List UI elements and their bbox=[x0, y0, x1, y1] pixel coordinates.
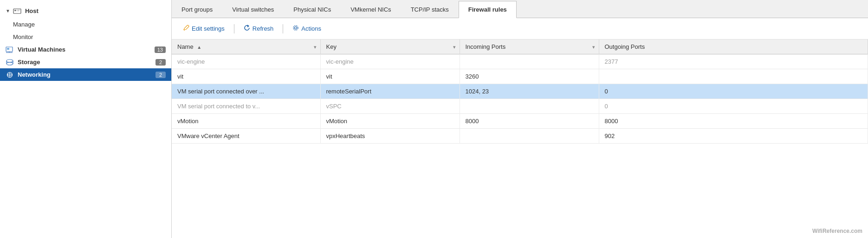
sidebar-item-monitor[interactable]: Monitor bbox=[0, 31, 171, 43]
filter-icon-incoming[interactable]: ▾ bbox=[592, 44, 595, 50]
col-header-outgoing[interactable]: Outgoing Ports bbox=[599, 40, 868, 54]
table-row[interactable]: vitvit3260 bbox=[172, 69, 868, 84]
svg-point-16 bbox=[295, 27, 297, 29]
sidebar-storage-label: Storage bbox=[18, 59, 155, 66]
cell-outgoing: 0 bbox=[599, 84, 868, 99]
cell-name: vMotion bbox=[172, 114, 320, 129]
tab-tcpip-stacks[interactable]: TCP/IP stacks bbox=[401, 1, 459, 18]
main-content: Port groups Virtual switches Physical NI… bbox=[172, 0, 868, 238]
vm-icon bbox=[6, 46, 14, 53]
cell-key: vpxHeartbeats bbox=[320, 129, 460, 144]
svg-rect-1 bbox=[14, 10, 16, 11]
cell-incoming bbox=[460, 54, 599, 69]
sidebar-item-networking[interactable]: Networking 2 bbox=[0, 68, 171, 81]
toolbar-separator-1 bbox=[234, 24, 234, 33]
col-key-label: Key bbox=[326, 43, 337, 50]
filter-icon-key[interactable]: ▾ bbox=[453, 44, 456, 50]
chevron-icon: ▼ bbox=[6, 8, 10, 13]
network-icon bbox=[6, 72, 14, 78]
cell-key: remoteSerialPort bbox=[320, 84, 460, 99]
tab-virtual-switches[interactable]: Virtual switches bbox=[222, 1, 284, 18]
networking-badge: 2 bbox=[155, 72, 166, 78]
svg-point-17 bbox=[293, 26, 298, 30]
cell-incoming: 3260 bbox=[460, 69, 599, 84]
toolbar-separator-2 bbox=[283, 24, 283, 33]
cell-name: VM serial port connected over ... bbox=[172, 84, 320, 99]
svg-rect-2 bbox=[17, 10, 20, 10]
gear-icon bbox=[292, 25, 299, 33]
col-header-key[interactable]: Key ▾ bbox=[320, 40, 460, 54]
cell-key: vic-engine bbox=[320, 54, 460, 69]
tab-firewall-rules[interactable]: Firewall rules bbox=[459, 1, 517, 18]
table-row[interactable]: VM serial port connected to v...vSPC0 bbox=[172, 99, 868, 114]
svg-point-8 bbox=[6, 60, 13, 62]
tab-port-groups[interactable]: Port groups bbox=[172, 1, 222, 18]
sidebar-item-manage[interactable]: Manage bbox=[0, 18, 171, 31]
toolbar: Edit settings Refresh Actions bbox=[172, 18, 868, 40]
tab-bar: Port groups Virtual switches Physical NI… bbox=[172, 0, 868, 18]
sort-icon-name: ▲ bbox=[197, 45, 201, 50]
cell-incoming: 8000 bbox=[460, 114, 599, 129]
svg-rect-5 bbox=[7, 48, 9, 50]
storage-badge: 2 bbox=[155, 59, 166, 66]
vm-badge: 13 bbox=[155, 46, 166, 53]
sidebar-monitor-label: Monitor bbox=[13, 33, 166, 40]
cell-incoming: 1024, 23 bbox=[460, 84, 599, 99]
sidebar-item-virtual-machines[interactable]: Virtual Machines 13 bbox=[0, 43, 171, 56]
actions-button[interactable]: Actions bbox=[289, 23, 325, 34]
table-row[interactable]: VMware vCenter AgentvpxHeartbeats902 bbox=[172, 129, 868, 144]
col-header-name[interactable]: Name ▲ ▾ bbox=[172, 40, 320, 54]
sidebar-host-label: Host bbox=[25, 7, 166, 14]
refresh-label: Refresh bbox=[253, 25, 274, 32]
tab-vmkernel-nics[interactable]: VMkernel NICs bbox=[341, 1, 401, 18]
svg-rect-3 bbox=[17, 11, 19, 11]
svg-rect-0 bbox=[13, 9, 21, 13]
edit-settings-button[interactable]: Edit settings bbox=[179, 23, 228, 34]
refresh-button[interactable]: Refresh bbox=[240, 23, 278, 34]
cell-outgoing: 8000 bbox=[599, 114, 868, 129]
sidebar-networking-label: Networking bbox=[18, 71, 155, 78]
table-header-row: Name ▲ ▾ Key ▾ Incoming Ports ▾ Outgoing… bbox=[172, 40, 868, 54]
sidebar-item-host[interactable]: ▼ Host bbox=[0, 4, 171, 18]
col-incoming-label: Incoming Ports bbox=[466, 43, 506, 50]
table-row[interactable]: vic-enginevic-engine2377 bbox=[172, 54, 868, 69]
cell-key: vSPC bbox=[320, 99, 460, 114]
cell-outgoing: 2377 bbox=[599, 54, 868, 69]
table-row[interactable]: vMotionvMotion80008000 bbox=[172, 114, 868, 129]
actions-label: Actions bbox=[301, 25, 321, 32]
cell-key: vit bbox=[320, 69, 460, 84]
firewall-rules-table: Name ▲ ▾ Key ▾ Incoming Ports ▾ Outgoing… bbox=[172, 40, 868, 238]
table-body: vic-enginevic-engine2377vitvit3260VM ser… bbox=[172, 54, 868, 144]
svg-marker-15 bbox=[247, 25, 249, 27]
cell-incoming bbox=[460, 99, 599, 114]
table-row[interactable]: VM serial port connected over ...remoteS… bbox=[172, 84, 868, 99]
sidebar-manage-label: Manage bbox=[13, 21, 166, 28]
col-header-incoming[interactable]: Incoming Ports ▾ bbox=[460, 40, 599, 54]
filter-icon-name[interactable]: ▾ bbox=[314, 44, 317, 50]
cell-name: VM serial port connected to v... bbox=[172, 99, 320, 114]
cell-name: vic-engine bbox=[172, 54, 320, 69]
tab-physical-nics[interactable]: Physical NICs bbox=[284, 1, 341, 18]
sidebar-vm-label: Virtual Machines bbox=[18, 46, 155, 53]
cell-name: vit bbox=[172, 69, 320, 84]
cell-outgoing bbox=[599, 69, 868, 84]
edit-settings-label: Edit settings bbox=[192, 25, 225, 32]
cell-outgoing: 0 bbox=[599, 99, 868, 114]
cell-key: vMotion bbox=[320, 114, 460, 129]
storage-icon bbox=[6, 59, 14, 66]
svg-point-11 bbox=[6, 62, 13, 65]
pencil-icon bbox=[183, 25, 189, 33]
sidebar-item-storage[interactable]: Storage 2 bbox=[0, 56, 171, 68]
sidebar: ▼ Host Manage Monitor Virtual Mach bbox=[0, 0, 172, 238]
cell-outgoing: 902 bbox=[599, 129, 868, 144]
cell-incoming bbox=[460, 129, 599, 144]
col-outgoing-label: Outgoing Ports bbox=[605, 43, 645, 50]
col-name-label: Name bbox=[177, 43, 194, 50]
host-icon bbox=[13, 8, 21, 14]
cell-name: VMware vCenter Agent bbox=[172, 129, 320, 144]
refresh-icon bbox=[244, 25, 250, 33]
